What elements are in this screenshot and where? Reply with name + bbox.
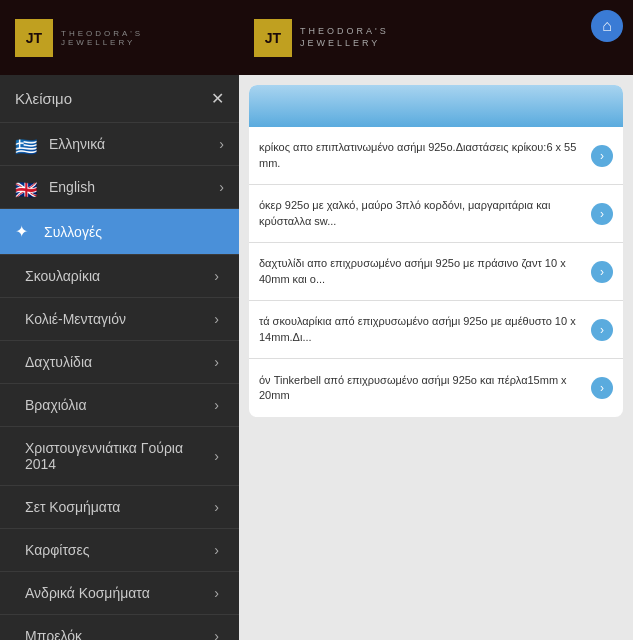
list-header bbox=[249, 85, 623, 127]
list-item-text: όν Tinkerbell από επιχρυσωμένο ασήμι 925… bbox=[259, 373, 591, 404]
sub-item-arrow: › bbox=[214, 448, 219, 464]
list-item-arrow: › bbox=[591, 319, 613, 341]
sidebar-item-english-arrow: › bbox=[219, 179, 224, 195]
list-item[interactable]: όν Tinkerbell από επιχρυσωμένο ασήμι 925… bbox=[249, 359, 623, 417]
close-icon[interactable]: ✕ bbox=[211, 89, 224, 108]
sub-item-left: Δαχτυλίδια bbox=[25, 354, 92, 370]
sub-item-label: Χριστουγεννιάτικα Γούρια 2014 bbox=[25, 440, 183, 472]
sidebar-close-item[interactable]: Κλείσιμο ✕ bbox=[0, 75, 239, 123]
sub-item-arrow: › bbox=[214, 585, 219, 601]
sidebar-sub-item-sets[interactable]: Σετ Κοσμήματα › bbox=[0, 486, 239, 529]
sidebar-sub-item-christmas[interactable]: Χριστουγεννιάτικα Γούρια 2014 › bbox=[0, 427, 239, 486]
sidebar-brand-title: THEODORA'S bbox=[61, 29, 143, 38]
sub-item-label: Σκουλαρίκια bbox=[25, 268, 100, 284]
right-logo-initials: JT bbox=[265, 30, 281, 46]
list-item[interactable]: κρίκος απο επιπλατινωμένο ασήμι 925ο.Δια… bbox=[249, 127, 623, 185]
sub-item-arrow: › bbox=[214, 542, 219, 558]
sidebar-item-collections-label: Συλλογές bbox=[44, 224, 102, 240]
sub-item-label: Ανδρικά Κοσμήματα bbox=[25, 585, 150, 601]
sub-item-arrow: › bbox=[214, 397, 219, 413]
sub-item-left: Χριστουγεννιάτικα Γούρια 2014 bbox=[25, 440, 214, 472]
sub-item-arrow: › bbox=[214, 354, 219, 370]
list-item-arrow: › bbox=[591, 203, 613, 225]
sidebar-item-english-left: 🇬🇧 English bbox=[15, 179, 95, 195]
main-header: JT THEODORA'S JEWELLERY ⌂ bbox=[239, 0, 633, 75]
sidebar-item-greek-label: Ελληνικά bbox=[49, 136, 105, 152]
list-item-text: δαχτυλίδι απο επιχρυσωμένο ασήμι 925ο με… bbox=[259, 256, 591, 287]
sidebar-sub-item-earrings[interactable]: Σκουλαρίκια › bbox=[0, 255, 239, 298]
sidebar-sub-item-necklaces[interactable]: Κολιέ-Μενταγιόν › bbox=[0, 298, 239, 341]
main-content: JT THEODORA'S JEWELLERY ⌂ κρίκος απο επι… bbox=[239, 0, 633, 640]
list-item-text: τά σκουλαρίκια από επιχρυσωμένο ασήμι 92… bbox=[259, 314, 591, 345]
sub-item-left: Ανδρικά Κοσμήματα bbox=[25, 585, 150, 601]
list-item-text: κρίκος απο επιπλατινωμένο ασήμι 925ο.Δια… bbox=[259, 140, 591, 171]
sidebar-brand-subtitle: JEWELLERY bbox=[61, 38, 143, 47]
list-item[interactable]: όκερ 925ο με χαλκό, μαύρο 3πλό κορδόνι, … bbox=[249, 185, 623, 243]
list-item-arrow: › bbox=[591, 377, 613, 399]
sidebar-item-english[interactable]: 🇬🇧 English › bbox=[0, 166, 239, 209]
brand-logo-right: JT THEODORA'S JEWELLERY bbox=[254, 19, 389, 57]
sidebar-item-greek-left: 🇬🇷 Ελληνικά bbox=[15, 136, 105, 152]
sidebar-item-greek-arrow: › bbox=[219, 136, 224, 152]
sub-item-left: Κολιέ-Μενταγιόν bbox=[25, 311, 126, 327]
sub-item-left: Σετ Κοσμήματα bbox=[25, 499, 120, 515]
sub-item-arrow: › bbox=[214, 311, 219, 327]
list-item-text: όκερ 925ο με χαλκό, μαύρο 3πλό κορδόνι, … bbox=[259, 198, 591, 229]
sub-item-label: Μπρελόκ bbox=[25, 628, 82, 640]
sidebar-item-english-label: English bbox=[49, 179, 95, 195]
sub-item-label: Δαχτυλίδια bbox=[25, 354, 92, 370]
list-item-arrow: › bbox=[591, 261, 613, 283]
sub-item-label: Κολιέ-Μενταγιόν bbox=[25, 311, 126, 327]
right-brand-title: THEODORA'S bbox=[300, 26, 389, 38]
sub-item-left: Βραχιόλια bbox=[25, 397, 87, 413]
sub-item-arrow: › bbox=[214, 268, 219, 284]
sub-item-label: Καρφίτσες bbox=[25, 542, 89, 558]
sidebar-sub-item-mens[interactable]: Ανδρικά Κοσμήματα › bbox=[0, 572, 239, 615]
sidebar-logo-box: JT bbox=[15, 19, 53, 57]
sidebar-item-greek[interactable]: 🇬🇷 Ελληνικά › bbox=[0, 123, 239, 166]
sub-item-arrow: › bbox=[214, 499, 219, 515]
sub-items-container: Σκουλαρίκια › Κολιέ-Μενταγιόν › Δαχτυλίδ… bbox=[0, 255, 239, 640]
right-logo-box: JT bbox=[254, 19, 292, 57]
sidebar-item-collections-left: ✦ Συλλογές bbox=[15, 222, 102, 241]
sidebar-sub-item-rings[interactable]: Δαχτυλίδια › bbox=[0, 341, 239, 384]
gem-icon: ✦ bbox=[15, 222, 28, 241]
sub-item-left: Καρφίτσες bbox=[25, 542, 89, 558]
sub-item-left: Σκουλαρίκια bbox=[25, 268, 100, 284]
uk-flag-icon: 🇬🇧 bbox=[15, 179, 39, 195]
greek-flag-icon: 🇬🇷 bbox=[15, 136, 39, 152]
list-item[interactable]: τά σκουλαρίκια από επιχρυσωμένο ασήμι 92… bbox=[249, 301, 623, 359]
close-label: Κλείσιμο bbox=[15, 90, 72, 107]
sub-item-label: Σετ Κοσμήματα bbox=[25, 499, 120, 515]
sidebar-logo-initials: JT bbox=[26, 30, 42, 46]
sidebar-brand-name: THEODORA'S JEWELLERY bbox=[61, 29, 143, 47]
sidebar-sub-item-charms[interactable]: Μπρελόκ › bbox=[0, 615, 239, 640]
sidebar-sub-item-bracelets[interactable]: Βραχιόλια › bbox=[0, 384, 239, 427]
sidebar-sub-item-pins[interactable]: Καρφίτσες › bbox=[0, 529, 239, 572]
sub-item-left: Μπρελόκ bbox=[25, 628, 82, 640]
home-button[interactable]: ⌂ bbox=[591, 10, 623, 42]
right-brand-subtitle: JEWELLERY bbox=[300, 38, 389, 50]
right-brand-name: THEODORA'S JEWELLERY bbox=[300, 26, 389, 49]
list-items-container: κρίκος απο επιπλατινωμένο ασήμι 925ο.Δια… bbox=[249, 127, 623, 417]
sidebar-logo: JT THEODORA'S JEWELLERY bbox=[0, 0, 239, 75]
sidebar: JT THEODORA'S JEWELLERY Κλείσιμο ✕ 🇬🇷 Ελ… bbox=[0, 0, 239, 640]
sub-item-label: Βραχιόλια bbox=[25, 397, 87, 413]
sidebar-item-collections[interactable]: ✦ Συλλογές bbox=[0, 209, 239, 255]
sub-item-arrow: › bbox=[214, 628, 219, 640]
list-item[interactable]: δαχτυλίδι απο επιχρυσωμένο ασήμι 925ο με… bbox=[249, 243, 623, 301]
list-item-arrow: › bbox=[591, 145, 613, 167]
content-list: κρίκος απο επιπλατινωμένο ασήμι 925ο.Δια… bbox=[249, 85, 623, 417]
